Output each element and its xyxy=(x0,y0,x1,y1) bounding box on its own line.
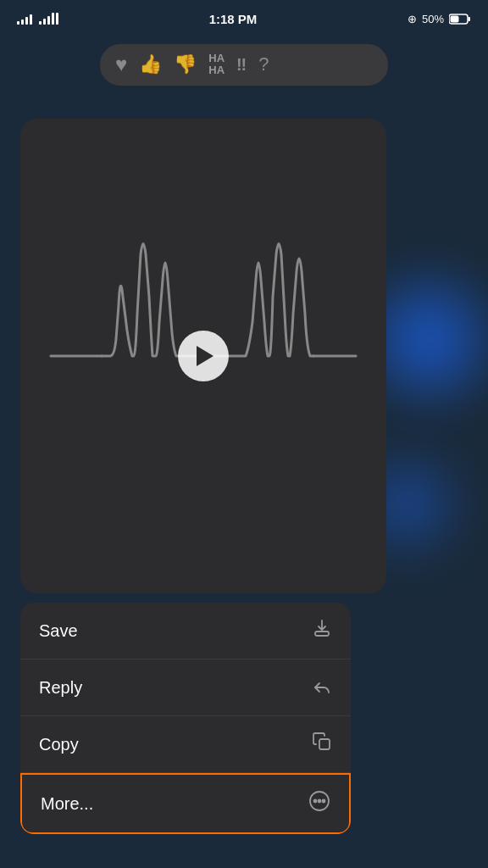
reaction-thumbsup[interactable]: 👍 xyxy=(139,53,162,75)
reaction-emphasize[interactable]: ‼ xyxy=(236,55,247,75)
play-button[interactable] xyxy=(178,331,229,381)
menu-item-reply[interactable]: Reply xyxy=(20,659,351,716)
reaction-question[interactable]: ? xyxy=(258,53,269,75)
save-label: Save xyxy=(39,621,78,641)
reply-label: Reply xyxy=(39,678,82,698)
cellular-signal xyxy=(17,13,32,25)
menu-item-more[interactable]: More... xyxy=(20,773,351,834)
svg-point-8 xyxy=(314,800,317,803)
svg-point-9 xyxy=(319,800,321,803)
copy-label: Copy xyxy=(39,735,79,754)
status-left xyxy=(17,13,58,25)
waveform-container xyxy=(20,119,386,593)
wifi-signal xyxy=(39,13,58,25)
reaction-thumbsdown[interactable]: 👎 xyxy=(174,53,197,75)
more-label: More... xyxy=(41,794,93,814)
svg-rect-6 xyxy=(319,739,330,749)
reply-icon xyxy=(312,675,332,700)
audio-message-bubble[interactable] xyxy=(20,119,386,593)
more-icon xyxy=(308,790,330,817)
status-right: ⊕ 50% xyxy=(408,13,471,25)
battery-icon xyxy=(449,14,471,25)
status-time: 1:18 PM xyxy=(209,12,258,26)
rotation-lock-icon: ⊕ xyxy=(408,13,417,25)
menu-item-copy[interactable]: Copy xyxy=(20,716,351,773)
save-icon xyxy=(312,618,332,643)
svg-rect-5 xyxy=(315,632,329,636)
status-bar: 1:18 PM ⊕ 50% xyxy=(0,0,488,37)
menu-item-save[interactable]: Save xyxy=(20,603,351,659)
svg-point-10 xyxy=(323,800,325,803)
reaction-haha[interactable]: HAHA xyxy=(208,53,225,77)
copy-icon xyxy=(312,732,332,757)
svg-rect-2 xyxy=(450,15,458,22)
context-menu: Save Reply Copy More... xyxy=(20,603,351,834)
reaction-heart[interactable]: ♥ xyxy=(115,53,127,76)
battery-percent: 50% xyxy=(422,13,444,25)
play-icon xyxy=(197,346,214,366)
svg-rect-1 xyxy=(468,17,470,21)
reaction-bar: ♥ 👍 👎 HAHA ‼ ? xyxy=(100,44,388,86)
